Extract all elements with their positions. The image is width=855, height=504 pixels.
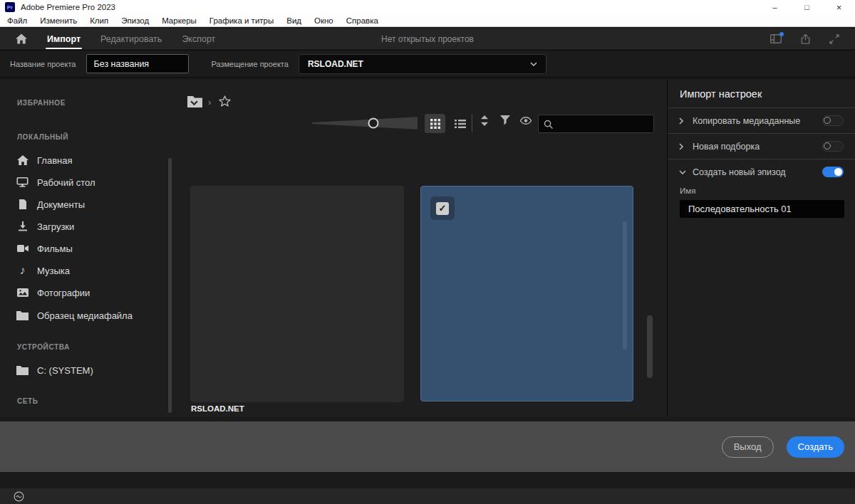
workspace-notification-dot xyxy=(779,32,784,36)
sidebar-item-home[interactable]: Главная xyxy=(16,149,72,171)
tab-edit[interactable]: Редактировать xyxy=(100,28,162,49)
project-location-dropdown[interactable]: RSLOAD.NET xyxy=(299,54,546,74)
share-export-icon[interactable] xyxy=(800,33,811,45)
menu-item-edit[interactable]: Изменить xyxy=(40,16,77,25)
sidebar-item-c-drive[interactable]: C: (SYSTEM) xyxy=(16,359,93,381)
locations-sidebar: ИЗБРАННОЕ ЛОКАЛЬНЫЙ Главная Рабочий стол… xyxy=(0,80,178,417)
status-bar xyxy=(0,488,855,504)
sidebar-item-documents[interactable]: Документы xyxy=(16,194,85,215)
menu-item-help[interactable]: Справка xyxy=(346,16,378,25)
media-tile-unselected[interactable] xyxy=(190,186,404,402)
import-workspace: ИЗБРАННОЕ ЛОКАЛЬНЫЙ Главная Рабочий стол… xyxy=(0,80,855,417)
sidebar-item-photos[interactable]: Фотографии xyxy=(16,282,90,303)
chevron-down-icon xyxy=(679,170,686,174)
favorite-star-icon[interactable] xyxy=(219,95,231,107)
grid-view-button[interactable] xyxy=(425,114,445,133)
slider-track xyxy=(312,115,418,131)
window-controls: – □ × xyxy=(759,0,855,14)
chevron-down-icon xyxy=(190,100,198,105)
tab-export[interactable]: Экспорт xyxy=(182,28,215,49)
tile-checkbox-container: ✓ xyxy=(430,196,455,220)
exit-button[interactable]: Выход xyxy=(722,436,774,458)
music-note-icon: ♪ xyxy=(16,266,29,275)
content-scrollbar[interactable] xyxy=(647,315,653,378)
network-section-header: СЕТЬ xyxy=(17,397,38,405)
sidebar-item-sample-media[interactable]: Образец медиафайла xyxy=(16,305,133,326)
media-browser: › xyxy=(178,80,667,417)
download-icon xyxy=(16,221,29,231)
local-section-header: ЛОКАЛЬНЫЙ xyxy=(17,133,68,141)
search-box[interactable] xyxy=(538,115,654,133)
menu-item-markers[interactable]: Маркеры xyxy=(162,16,197,25)
toolbar-divider xyxy=(472,114,472,132)
sidebar-item-desktop[interactable]: Рабочий стол xyxy=(16,172,95,193)
video-camera-icon xyxy=(16,245,29,252)
breadcrumb-folder-dropdown[interactable] xyxy=(187,95,203,108)
preview-eye-icon[interactable] xyxy=(519,117,532,125)
folder-icon xyxy=(16,366,29,375)
minimize-button[interactable]: – xyxy=(759,0,791,14)
checkmark-icon: ✓ xyxy=(439,203,447,214)
tab-import[interactable]: Импорт xyxy=(47,28,81,49)
menu-item-file[interactable]: Файл xyxy=(7,16,27,25)
workspaces-icon[interactable] xyxy=(770,34,782,43)
window-titlebar: Pr Adobe Premiere Pro 2023 – □ × xyxy=(0,0,855,14)
menu-bar: Файл Изменить Клип Эпизод Маркеры График… xyxy=(0,14,855,27)
creative-cloud-icon[interactable] xyxy=(14,491,24,502)
setting-copy-media[interactable]: Копировать медиаданные xyxy=(668,108,855,134)
project-settings-row: Название проекта Размещение проекта RSLO… xyxy=(0,50,855,78)
menu-item-sequence[interactable]: Эпизод xyxy=(121,16,149,25)
favorites-section-header: ИЗБРАННОЕ xyxy=(17,99,66,107)
project-name-input[interactable] xyxy=(86,54,189,73)
home-icon[interactable] xyxy=(16,33,27,44)
copy-media-toggle[interactable] xyxy=(822,115,844,126)
footer-spacer xyxy=(0,472,855,488)
sidebar-item-downloads[interactable]: Загрузки xyxy=(16,216,74,237)
filter-funnel-icon[interactable] xyxy=(500,115,510,125)
menu-item-clip[interactable]: Клип xyxy=(90,16,108,25)
chevron-right-icon xyxy=(679,117,686,125)
desktop-icon xyxy=(16,177,29,187)
window-title: Adobe Premiere Pro 2023 xyxy=(21,3,115,11)
chevron-right-icon xyxy=(679,143,686,150)
tile-preview-scrollbar xyxy=(623,221,627,350)
import-settings-title: Импорт настроек xyxy=(668,80,855,108)
search-input[interactable] xyxy=(557,119,648,129)
fullscreen-expand-icon[interactable] xyxy=(829,34,839,44)
project-location-value: RSLOAD.NET xyxy=(308,59,363,69)
tile-folder-label: RSLOAD.NET xyxy=(191,404,244,413)
sort-order-icon[interactable] xyxy=(480,115,489,126)
menu-item-view[interactable]: Вид xyxy=(286,16,301,25)
new-sequence-toggle[interactable] xyxy=(822,167,844,177)
document-icon xyxy=(16,199,29,209)
devices-section-header: УСТРОЙСТВА xyxy=(17,343,70,351)
chevron-down-icon xyxy=(530,62,537,66)
import-settings-panel: Импорт настроек Копировать медиаданные Н… xyxy=(667,80,855,417)
maximize-button[interactable]: □ xyxy=(791,0,823,14)
tile-checkbox[interactable]: ✓ xyxy=(436,202,449,215)
new-bin-toggle[interactable] xyxy=(822,141,844,152)
close-button[interactable]: × xyxy=(823,0,855,14)
setting-new-bin[interactable]: Новая подборка xyxy=(668,134,855,159)
project-location-label: Размещение проекта xyxy=(212,60,289,68)
setting-new-sequence[interactable]: Создать новый эпизод xyxy=(668,159,855,184)
open-projects-status: Нет открытых проектов xyxy=(381,34,474,44)
sequence-name-label: Имя xyxy=(680,187,695,195)
sidebar-item-music[interactable]: ♪ Музыка xyxy=(16,260,70,281)
sidebar-scrollbar[interactable] xyxy=(168,158,172,413)
sidebar-item-movies[interactable]: Фильмы xyxy=(16,238,73,259)
header-tab-bar: Импорт Редактировать Экспорт Нет открыты… xyxy=(0,28,855,49)
photo-icon xyxy=(16,288,29,297)
menu-item-graphics[interactable]: Графика и титры xyxy=(209,16,274,25)
thumbnail-size-slider[interactable] xyxy=(312,115,418,131)
project-name-label: Название проекта xyxy=(10,60,76,68)
search-icon xyxy=(544,120,553,129)
slider-knob[interactable] xyxy=(368,118,378,129)
create-button[interactable]: Создать xyxy=(787,436,844,458)
home-icon xyxy=(16,155,29,165)
menu-item-window[interactable]: Окно xyxy=(314,16,333,25)
sequence-name-input[interactable] xyxy=(679,199,845,219)
breadcrumb-separator: › xyxy=(208,97,211,107)
list-view-button[interactable] xyxy=(450,114,470,133)
media-tile-selected[interactable]: ✓ xyxy=(420,186,633,401)
